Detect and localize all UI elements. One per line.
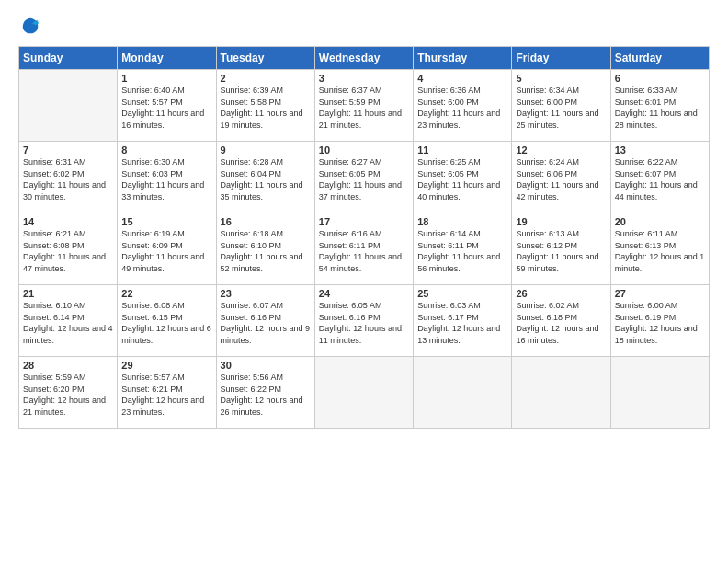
day-number: 4 [417, 73, 507, 84]
calendar-cell: 6Sunrise: 6:33 AM Sunset: 6:01 PM Daylig… [610, 70, 709, 142]
day-number: 24 [319, 288, 409, 299]
calendar-cell: 22Sunrise: 6:08 AM Sunset: 6:15 PM Dayli… [118, 285, 216, 357]
day-number: 25 [417, 288, 507, 299]
calendar-cell: 19Sunrise: 6:13 AM Sunset: 6:12 PM Dayli… [512, 213, 610, 285]
calendar-cell [610, 357, 709, 429]
weekday-thursday: Thursday [414, 47, 512, 70]
calendar-cell: 17Sunrise: 6:16 AM Sunset: 6:11 PM Dayli… [314, 213, 413, 285]
calendar-cell: 18Sunrise: 6:14 AM Sunset: 6:11 PM Dayli… [414, 213, 512, 285]
day-info: Sunrise: 6:24 AM Sunset: 6:06 PM Dayligh… [516, 156, 606, 202]
day-info: Sunrise: 6:25 AM Sunset: 6:05 PM Dayligh… [417, 156, 507, 202]
day-number: 16 [221, 216, 311, 227]
day-info: Sunrise: 6:19 AM Sunset: 6:09 PM Dayligh… [121, 228, 211, 274]
day-info: Sunrise: 6:22 AM Sunset: 6:07 PM Dayligh… [615, 156, 705, 202]
day-info: Sunrise: 6:37 AM Sunset: 5:59 PM Dayligh… [319, 85, 409, 131]
calendar-week-4: 21Sunrise: 6:10 AM Sunset: 6:14 PM Dayli… [19, 285, 710, 357]
calendar-cell [414, 357, 512, 429]
day-number: 28 [23, 360, 113, 371]
day-number: 30 [221, 360, 311, 371]
day-info: Sunrise: 6:16 AM Sunset: 6:11 PM Dayligh… [319, 228, 409, 274]
day-info: Sunrise: 6:21 AM Sunset: 6:08 PM Dayligh… [23, 228, 113, 274]
day-number: 29 [121, 360, 211, 371]
day-number: 27 [615, 288, 705, 299]
day-info: Sunrise: 6:28 AM Sunset: 6:04 PM Dayligh… [221, 156, 311, 202]
weekday-sunday: Sunday [19, 47, 118, 70]
weekday-saturday: Saturday [610, 47, 709, 70]
day-number: 1 [121, 73, 211, 84]
day-number: 23 [221, 288, 311, 299]
calendar-cell: 5Sunrise: 6:34 AM Sunset: 6:00 PM Daylig… [512, 70, 610, 142]
calendar-week-2: 7Sunrise: 6:31 AM Sunset: 6:02 PM Daylig… [19, 142, 710, 213]
day-number: 7 [23, 144, 113, 155]
day-info: Sunrise: 6:27 AM Sunset: 6:05 PM Dayligh… [319, 156, 409, 202]
day-number: 15 [121, 216, 211, 227]
calendar-cell: 2Sunrise: 6:39 AM Sunset: 5:58 PM Daylig… [216, 70, 314, 142]
calendar-cell: 1Sunrise: 6:40 AM Sunset: 5:57 PM Daylig… [118, 70, 216, 142]
day-info: Sunrise: 6:39 AM Sunset: 5:58 PM Dayligh… [221, 85, 311, 131]
day-info: Sunrise: 6:34 AM Sunset: 6:00 PM Dayligh… [516, 85, 606, 131]
day-info: Sunrise: 6:30 AM Sunset: 6:03 PM Dayligh… [121, 156, 211, 202]
day-info: Sunrise: 6:40 AM Sunset: 5:57 PM Dayligh… [121, 85, 211, 131]
day-number: 10 [319, 144, 409, 155]
calendar-cell: 12Sunrise: 6:24 AM Sunset: 6:06 PM Dayli… [512, 142, 610, 213]
header [18, 17, 710, 37]
page: SundayMondayTuesdayWednesdayThursdayFrid… [0, 0, 728, 563]
logo [18, 17, 40, 37]
day-number: 2 [221, 73, 311, 84]
calendar-cell: 4Sunrise: 6:36 AM Sunset: 6:00 PM Daylig… [414, 70, 512, 142]
day-info: Sunrise: 6:00 AM Sunset: 6:19 PM Dayligh… [615, 300, 705, 346]
calendar-cell: 13Sunrise: 6:22 AM Sunset: 6:07 PM Dayli… [610, 142, 709, 213]
weekday-header-row: SundayMondayTuesdayWednesdayThursdayFrid… [19, 47, 710, 70]
day-info: Sunrise: 6:05 AM Sunset: 6:16 PM Dayligh… [319, 300, 409, 346]
day-number: 18 [417, 216, 507, 227]
day-info: Sunrise: 6:18 AM Sunset: 6:10 PM Dayligh… [221, 228, 311, 274]
day-info: Sunrise: 5:56 AM Sunset: 6:22 PM Dayligh… [221, 372, 311, 418]
day-number: 22 [121, 288, 211, 299]
calendar-cell: 20Sunrise: 6:11 AM Sunset: 6:13 PM Dayli… [610, 213, 709, 285]
day-info: Sunrise: 6:36 AM Sunset: 6:00 PM Dayligh… [417, 85, 507, 131]
weekday-wednesday: Wednesday [314, 47, 413, 70]
day-number: 14 [23, 216, 113, 227]
calendar-week-3: 14Sunrise: 6:21 AM Sunset: 6:08 PM Dayli… [19, 213, 710, 285]
day-info: Sunrise: 6:31 AM Sunset: 6:02 PM Dayligh… [23, 156, 113, 202]
calendar-cell [19, 70, 118, 142]
day-number: 26 [516, 288, 606, 299]
day-info: Sunrise: 6:02 AM Sunset: 6:18 PM Dayligh… [516, 300, 606, 346]
calendar-cell: 26Sunrise: 6:02 AM Sunset: 6:18 PM Dayli… [512, 285, 610, 357]
day-info: Sunrise: 6:07 AM Sunset: 6:16 PM Dayligh… [221, 300, 311, 346]
calendar-cell: 24Sunrise: 6:05 AM Sunset: 6:16 PM Dayli… [314, 285, 413, 357]
calendar-week-1: 1Sunrise: 6:40 AM Sunset: 5:57 PM Daylig… [19, 70, 710, 142]
day-number: 17 [319, 216, 409, 227]
calendar-cell: 10Sunrise: 6:27 AM Sunset: 6:05 PM Dayli… [314, 142, 413, 213]
calendar-table: SundayMondayTuesdayWednesdayThursdayFrid… [18, 46, 710, 429]
calendar-cell: 29Sunrise: 5:57 AM Sunset: 6:21 PM Dayli… [118, 357, 216, 429]
calendar-cell: 27Sunrise: 6:00 AM Sunset: 6:19 PM Dayli… [610, 285, 709, 357]
calendar-cell: 21Sunrise: 6:10 AM Sunset: 6:14 PM Dayli… [19, 285, 118, 357]
calendar-week-5: 28Sunrise: 5:59 AM Sunset: 6:20 PM Dayli… [19, 357, 710, 429]
day-info: Sunrise: 6:08 AM Sunset: 6:15 PM Dayligh… [121, 300, 211, 346]
calendar-cell: 23Sunrise: 6:07 AM Sunset: 6:16 PM Dayli… [216, 285, 314, 357]
day-number: 19 [516, 216, 606, 227]
day-number: 8 [121, 144, 211, 155]
calendar-cell: 30Sunrise: 5:56 AM Sunset: 6:22 PM Dayli… [216, 357, 314, 429]
calendar-cell: 3Sunrise: 6:37 AM Sunset: 5:59 PM Daylig… [314, 70, 413, 142]
day-number: 21 [23, 288, 113, 299]
day-info: Sunrise: 6:13 AM Sunset: 6:12 PM Dayligh… [516, 228, 606, 274]
calendar-cell: 8Sunrise: 6:30 AM Sunset: 6:03 PM Daylig… [118, 142, 216, 213]
day-number: 5 [516, 73, 606, 84]
calendar-cell: 11Sunrise: 6:25 AM Sunset: 6:05 PM Dayli… [414, 142, 512, 213]
calendar-cell: 16Sunrise: 6:18 AM Sunset: 6:10 PM Dayli… [216, 213, 314, 285]
day-info: Sunrise: 6:10 AM Sunset: 6:14 PM Dayligh… [23, 300, 113, 346]
day-number: 6 [615, 73, 705, 84]
calendar-cell: 7Sunrise: 6:31 AM Sunset: 6:02 PM Daylig… [19, 142, 118, 213]
day-number: 13 [615, 144, 705, 155]
calendar-cell: 14Sunrise: 6:21 AM Sunset: 6:08 PM Dayli… [19, 213, 118, 285]
day-number: 20 [615, 216, 705, 227]
weekday-tuesday: Tuesday [216, 47, 314, 70]
day-number: 3 [319, 73, 409, 84]
day-info: Sunrise: 5:59 AM Sunset: 6:20 PM Dayligh… [23, 372, 113, 418]
day-number: 9 [221, 144, 311, 155]
logo-icon [20, 17, 40, 37]
day-info: Sunrise: 6:33 AM Sunset: 6:01 PM Dayligh… [615, 85, 705, 131]
calendar-cell [314, 357, 413, 429]
